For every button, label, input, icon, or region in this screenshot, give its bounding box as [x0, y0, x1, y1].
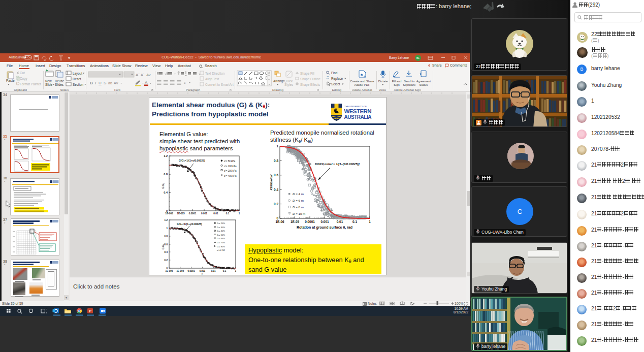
svg-text:1: 1: [276, 144, 278, 148]
svg-text:1: 1: [235, 270, 237, 272]
svg-text:Styles: Styles: [284, 83, 293, 87]
svg-text:Dᵣ= 20%: Dᵣ= 20%: [217, 222, 225, 225]
svg-text:Dictate: Dictate: [378, 80, 388, 83]
svg-text:Av: Av: [146, 73, 151, 77]
svg-text:0.01: 0.01: [213, 212, 218, 215]
svg-text:Adobe PDF: Adobe PDF: [354, 83, 370, 86]
svg-text:1.2: 1.2: [165, 219, 168, 221]
svg-text:Kθ/Kθ,initial: Kθ/Kθ,initial: [270, 174, 273, 190]
svg-text:γ: γ: [202, 273, 203, 275]
svg-text:G/G₀=1/(1+γ/0.00025): G/G₀=1/(1+γ/0.00025): [177, 222, 202, 226]
svg-text:0.2: 0.2: [165, 259, 168, 262]
svg-text:1E-05: 1E-05: [291, 220, 299, 223]
svg-text:0.0001: 0.0001: [305, 220, 315, 223]
svg-text:1E-006: 1E-006: [165, 212, 173, 215]
svg-text:G/G₀: G/G₀: [162, 183, 165, 188]
svg-text:e′≈0.762: e′≈0.762: [217, 249, 226, 251]
svg-text:Aˆ: Aˆ: [136, 73, 140, 77]
svg-text:Copy: Copy: [20, 77, 28, 81]
svg-text:1.2: 1.2: [164, 154, 168, 157]
svg-text:1E-006: 1E-006: [166, 270, 173, 272]
svg-text:0.001: 0.001: [200, 270, 206, 272]
svg-text:U: U: [99, 81, 102, 85]
svg-text:0.6: 0.6: [274, 173, 278, 177]
svg-text:Layout: Layout: [73, 72, 82, 76]
svg-text:1E-005: 1E-005: [176, 270, 184, 272]
svg-text:Reuse: Reuse: [55, 79, 65, 83]
svg-text:Reset: Reset: [73, 77, 81, 81]
svg-text:Replace: Replace: [331, 77, 343, 81]
svg-text:0.001: 0.001: [321, 220, 329, 223]
svg-text:D = 6 m: D = 6 m: [293, 199, 304, 202]
svg-text:G/G₀=1/(1+γ/0.00025): G/G₀=1/(1+γ/0.00025): [179, 159, 205, 162]
svg-text:Paste: Paste: [6, 79, 15, 82]
svg-text:1E-06: 1E-06: [275, 220, 284, 223]
svg-text:Dᵣ= 65%: Dᵣ= 65%: [217, 237, 225, 240]
svg-text:Slides: Slides: [55, 83, 63, 86]
svg-text:D = 4 m: D = 4 m: [293, 192, 304, 196]
svg-text:σ'= 200 kPa: σ'= 200 kPa: [224, 170, 237, 172]
svg-text:Agreement: Agreement: [416, 80, 431, 83]
svg-text:Shape Effects: Shape Effects: [300, 83, 320, 87]
svg-text:Cut: Cut: [20, 71, 25, 75]
svg-text:AUSTRALIA: AUSTRALIA: [344, 114, 372, 120]
svg-text:D = 10 m: D = 10 m: [293, 212, 305, 215]
svg-text:Fill and: Fill and: [392, 80, 402, 83]
svg-text:Text Direction: Text Direction: [205, 72, 225, 75]
svg-text:Dᵣ= 70%: Dᵣ= 70%: [217, 241, 225, 244]
svg-text:Dᵣ= 30%: Dᵣ= 30%: [217, 226, 225, 229]
svg-text:Find: Find: [331, 71, 338, 75]
svg-text:0.1: 0.1: [352, 220, 357, 223]
svg-text:0.8: 0.8: [164, 173, 168, 176]
svg-text:0.4: 0.4: [274, 188, 278, 191]
svg-text:Aˇ: Aˇ: [141, 73, 145, 77]
svg-text:Convert to SmartArt: Convert to SmartArt: [205, 83, 234, 86]
svg-text:Dᵣ= 40%: Dᵣ= 40%: [217, 230, 225, 232]
svg-text:0.01: 0.01: [211, 270, 216, 272]
svg-text:0.1: 0.1: [226, 212, 230, 215]
svg-text:AV: AV: [114, 81, 118, 85]
svg-text:0.1: 0.1: [223, 270, 227, 272]
svg-text:σ'= 100 kPa: σ'= 100 kPa: [224, 165, 237, 168]
svg-text:1: 1: [239, 212, 240, 215]
svg-text:Dᵣ= 80%: Dᵣ= 80%: [217, 245, 225, 248]
svg-text:0.0001: 0.0001: [189, 212, 197, 215]
svg-text:B: B: [90, 81, 93, 85]
svg-text:1: 1: [369, 220, 371, 223]
svg-text:Shape Outline: Shape Outline: [300, 77, 320, 81]
svg-text:≡: ≡: [184, 81, 186, 84]
svg-text:0.4: 0.4: [165, 251, 168, 253]
svg-text:Arrange: Arrange: [273, 79, 285, 83]
svg-text:0.2: 0.2: [274, 202, 278, 206]
svg-text:New: New: [45, 79, 52, 83]
svg-text:Shape Fill: Shape Fill: [300, 72, 314, 76]
svg-text:0.8: 0.8: [165, 235, 168, 238]
svg-text:A: A: [145, 80, 148, 85]
svg-text:1: 1: [166, 227, 168, 230]
svg-text:1E-005: 1E-005: [177, 212, 185, 215]
svg-text:D = 8 m: D = 8 m: [293, 205, 304, 209]
svg-text:Select: Select: [331, 82, 340, 86]
svg-text:σ'= 400 kPa: σ'= 400 kPa: [224, 175, 237, 177]
svg-text:Section: Section: [73, 83, 84, 86]
svg-text:0.001: 0.001: [201, 212, 207, 215]
svg-text:σ'= 50 kPa: σ'= 50 kPa: [224, 160, 235, 163]
svg-text:Send for: Send for: [404, 80, 415, 83]
svg-text:Status: Status: [420, 83, 428, 86]
svg-text:ab: ab: [108, 81, 112, 85]
svg-text:0.4: 0.4: [164, 191, 168, 194]
svg-text:0.8: 0.8: [274, 159, 278, 163]
svg-text:P: P: [89, 309, 91, 313]
svg-text:S: S: [104, 81, 106, 85]
svg-text:Format Painter: Format Painter: [20, 82, 41, 86]
svg-text:0.0001: 0.0001: [188, 270, 195, 272]
svg-text:Create and Share: Create and Share: [350, 80, 374, 83]
svg-text:Align Text: Align Text: [205, 77, 219, 81]
svg-text:WESTERN: WESTERN: [344, 108, 372, 114]
svg-text:Slide: Slide: [45, 83, 52, 86]
svg-text:Kθ/Kθ,initial = 1/[1+(θ/0.0002: Kθ/Kθ,initial = 1/[1+(θ/0.00025)]: [315, 163, 360, 166]
svg-text:Dᵣ= 50%: Dᵣ= 50%: [217, 234, 225, 236]
svg-text:Signature: Signature: [403, 83, 416, 86]
svg-text:I: I: [95, 81, 96, 85]
svg-text:Rotation at ground surface θ,: Rotation at ground surface θ, rad: [297, 226, 352, 230]
